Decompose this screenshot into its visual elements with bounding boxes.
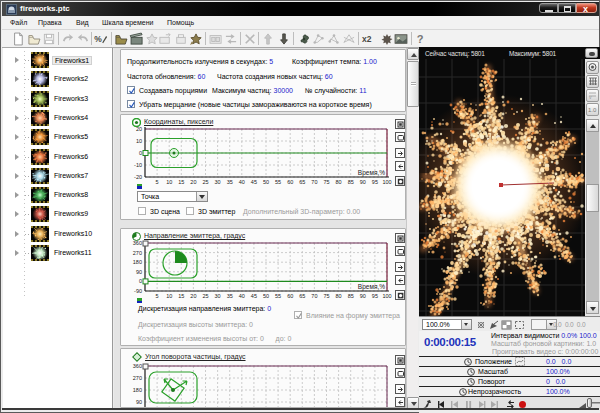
svg-text:45: 45 <box>251 293 257 299</box>
svg-text:40: 40 <box>239 179 245 185</box>
svg-text:v: v <box>589 94 592 100</box>
svg-text:15: 15 <box>178 293 184 299</box>
svg-text:270: 270 <box>133 250 142 256</box>
svg-text:90: 90 <box>360 179 366 185</box>
svg-text:20: 20 <box>190 293 196 299</box>
svg-text:75: 75 <box>323 293 329 299</box>
svg-text:5: 5 <box>156 293 159 299</box>
svg-text:70: 70 <box>311 293 317 299</box>
svg-text:-10: -10 <box>134 162 142 168</box>
svg-text:80: 80 <box>336 179 342 185</box>
svg-text:50: 50 <box>263 179 269 185</box>
svg-text:55: 55 <box>275 179 281 185</box>
svg-text:0: 0 <box>139 278 142 284</box>
svg-text:90: 90 <box>136 399 142 405</box>
svg-text:10: 10 <box>136 138 142 144</box>
svg-text:10: 10 <box>166 293 172 299</box>
svg-text:%: % <box>94 34 102 44</box>
svg-text:100: 100 <box>382 179 391 185</box>
svg-text:25: 25 <box>202 293 208 299</box>
svg-text:30: 30 <box>215 179 221 185</box>
svg-text:95: 95 <box>372 293 378 299</box>
svg-text:10: 10 <box>166 179 172 185</box>
svg-text:Время,%: Время,% <box>358 283 385 291</box>
svg-text:90: 90 <box>360 293 366 299</box>
svg-text:65: 65 <box>299 179 305 185</box>
svg-text:70: 70 <box>311 179 317 185</box>
svg-text:360: 360 <box>133 240 142 246</box>
svg-text:270: 270 <box>133 375 142 381</box>
svg-text:?: ? <box>417 33 424 45</box>
svg-text:180: 180 <box>133 259 142 265</box>
svg-text:75: 75 <box>323 179 329 185</box>
svg-text:25: 25 <box>202 179 208 185</box>
svg-text:-90: -90 <box>134 288 142 294</box>
svg-text:40: 40 <box>239 293 245 299</box>
svg-text:85: 85 <box>348 179 354 185</box>
svg-text:85: 85 <box>348 293 354 299</box>
svg-text:-20: -20 <box>134 174 142 180</box>
svg-text:360: 360 <box>133 363 142 369</box>
svg-text:60: 60 <box>287 293 293 299</box>
svg-text:100: 100 <box>382 293 391 299</box>
svg-text:0: 0 <box>139 150 142 156</box>
svg-text:15: 15 <box>178 179 184 185</box>
svg-text:35: 35 <box>227 179 233 185</box>
svg-text:x2: x2 <box>362 34 372 44</box>
svg-text:45: 45 <box>251 179 257 185</box>
svg-text:50: 50 <box>263 293 269 299</box>
svg-text:20: 20 <box>190 179 196 185</box>
svg-text:1.0: 1.0 <box>588 107 597 113</box>
svg-text:65: 65 <box>299 293 305 299</box>
svg-text:180: 180 <box>133 387 142 393</box>
svg-text:90: 90 <box>136 269 142 275</box>
svg-text:95: 95 <box>372 179 378 185</box>
svg-text:55: 55 <box>275 293 281 299</box>
svg-text:5: 5 <box>156 179 159 185</box>
svg-text:30: 30 <box>215 293 221 299</box>
svg-text:35: 35 <box>227 293 233 299</box>
svg-text:80: 80 <box>336 293 342 299</box>
svg-text:20: 20 <box>136 126 142 132</box>
svg-text:Время,%: Время,% <box>358 169 385 177</box>
svg-text:60: 60 <box>287 179 293 185</box>
